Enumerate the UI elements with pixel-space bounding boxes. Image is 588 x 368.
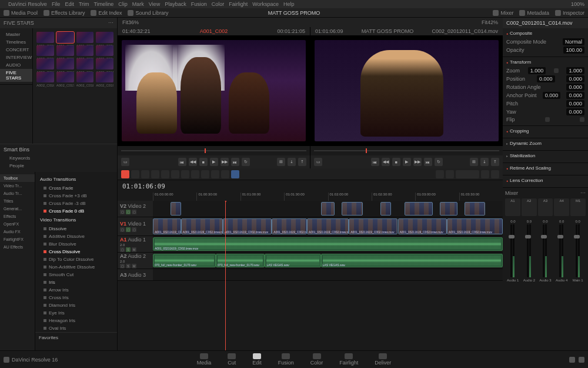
clip-thumb[interactable] [56,32,74,43]
bin-concert[interactable]: CONCERT [0,46,32,54]
fx-cat-toolbox[interactable]: Toolbox [0,174,35,182]
mix-ch[interactable]: M1 [570,198,586,216]
prg-next-btn[interactable]: ▶▶ [413,158,422,166]
tl-options[interactable] [491,170,499,178]
preferences-icon[interactable] [579,357,584,363]
composite-mode[interactable]: Normal [563,38,584,45]
clip-thumb[interactable] [96,58,113,69]
clip-thumb[interactable] [76,32,94,43]
tl-snap-toggle[interactable] [436,170,444,178]
mix-ch[interactable]: A4 [554,198,569,216]
menu-edit[interactable]: Edit [65,1,74,7]
fx-item[interactable]: Diamond Iris [35,301,117,309]
audio-clip[interactable]: LAS VEGAS.wav [321,254,503,267]
fx-item[interactable]: Blur Dissolve [35,240,117,248]
source-scrubber[interactable] [118,146,310,155]
mix-ch[interactable]: A2 [522,198,537,216]
anchor-x[interactable]: 0.000 [543,92,561,99]
nav-fusion[interactable]: Fusion [271,352,301,367]
fx-cat-audiofx[interactable]: Audio FX [0,228,35,236]
prg-prev-btn[interactable]: ◀◀ [382,158,390,166]
timeline-ruler[interactable]: 01:00:00:00 01:00:30:00 01:01:00:00 01:0… [153,193,503,201]
prg-first-btn[interactable]: ⏮ [371,158,379,166]
home-icon[interactable] [4,357,9,363]
src-loop-btn[interactable]: ↻ [242,158,250,166]
metadata-toggle[interactable]: Metadata [519,10,549,16]
clip[interactable]: A001_03211619_C002.braw.mov [307,218,349,234]
effects-library-toggle[interactable]: Effects Library [44,10,85,16]
clip-thumb[interactable] [56,58,74,69]
clip-thumb[interactable] [96,72,113,83]
zoom-y[interactable]: 1.000 [566,67,584,74]
tl-zoom-out[interactable] [446,170,454,178]
src-first-btn[interactable]: ⏮ [178,158,186,166]
program-fit[interactable]: Fit [482,19,487,25]
fx-cat-fairlight[interactable]: FairlightFX [0,236,35,243]
nav-media[interactable]: Media [190,352,219,367]
prg-loop-btn[interactable]: ↻ [435,158,443,166]
fx-item[interactable]: Cross Fade 0 dB [35,207,117,215]
menu-playback[interactable]: Playback [165,1,186,7]
clip[interactable] [342,202,363,216]
clip-thumb[interactable] [56,45,74,57]
menu-clip[interactable]: Clip [118,1,128,7]
src-out-btn[interactable]: ⤒ [298,158,306,166]
fx-cat-audio[interactable]: Audio Tr... [0,190,35,197]
fader[interactable] [543,224,544,277]
audio-clip[interactable]: LAS VEGAS.wav [265,254,320,267]
clip[interactable] [405,202,433,216]
program-scrubber[interactable] [310,146,503,155]
link-icon[interactable] [554,68,559,73]
bin-timelines[interactable]: Timelines [0,38,32,46]
clip-thumb[interactable] [36,72,54,83]
fader[interactable] [576,224,577,277]
fx-item[interactable]: Cross Dissolve [35,248,117,256]
tl-zoom-slider[interactable] [456,170,479,178]
menu-fusion[interactable]: Fusion [191,1,207,7]
fader[interactable] [527,224,529,277]
insp-stab[interactable]: Stabilization [506,153,584,158]
prg-last-btn[interactable]: ⏭ [424,158,432,166]
program-title[interactable]: MATT GOSS PROMO [362,28,414,34]
insp-composite-title[interactable]: Composite [506,31,584,36]
zoom-x[interactable]: 1.000 [528,67,546,74]
nav-edit[interactable]: Edit [245,352,269,367]
clip[interactable]: A001_03211619_C002.braw.mov [181,218,223,234]
project-settings-icon[interactable] [569,357,575,363]
clip[interactable]: A001_03211619_C002.braw.mov [447,218,503,234]
clip-thumb[interactable] [36,58,54,69]
fx-item[interactable]: Hexagon Iris [35,317,117,324]
mixer-options-icon[interactable]: ⋯ [580,190,586,196]
flip-v-btn[interactable] [580,117,584,122]
tl-rec-indicator[interactable] [121,170,129,178]
clip[interactable] [465,202,486,216]
bin-interview[interactable]: INTERVIEW [0,54,32,61]
clip[interactable]: A001_03211619_C002.braw.mov [223,218,272,234]
fx-item[interactable]: Dip To Color Dissolve [35,256,117,263]
audio-clip[interactable]: A001_03211619_C002.braw.mov [153,237,503,251]
clip[interactable] [380,202,391,216]
fx-cat-video[interactable]: Video Tr... [0,182,35,190]
clip-thumb[interactable] [76,45,94,57]
clip[interactable] [440,202,457,216]
sound-library-toggle[interactable]: Sound Library [128,10,168,16]
fx-item[interactable]: Non-Additive Dissolve [35,263,117,271]
src-next-btn[interactable]: ▶▶ [220,158,229,166]
clip-thumb[interactable] [56,72,74,83]
clip[interactable]: A001_03211619_C002.braw.mov [349,218,397,234]
src-mode-btn[interactable]: ▭ [121,158,129,166]
track-a3[interactable]: A3 Audio 3 [118,269,503,281]
flip-h-btn[interactable] [545,117,550,122]
clip-thumb[interactable] [76,58,94,69]
playhead[interactable] [225,201,226,350]
menu-file[interactable]: File [52,1,61,7]
rot-value[interactable]: 0.000 [566,84,584,91]
fx-item[interactable]: Eye Iris [35,309,117,317]
app-name[interactable]: DaVinci Resolve [8,1,47,7]
clip-thumb[interactable] [36,45,54,57]
fader[interactable] [510,224,512,277]
menu-timeline[interactable]: Timeline [94,1,114,7]
track-a2[interactable]: A2 Audio 22.0▢SM 073_full_new-frontier_0… [118,253,503,269]
tl-tool-marker[interactable] [231,170,239,178]
prg-in-btn[interactable]: ⤓ [480,158,489,166]
